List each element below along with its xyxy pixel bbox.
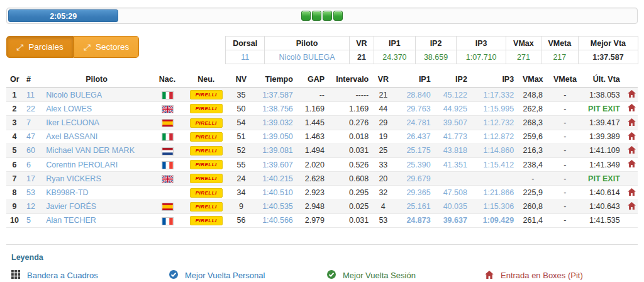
view-toggle-group: ⤢ Parciales ⤢ Sectores bbox=[6, 36, 139, 58]
focus-piloto[interactable]: Nicolò BULEGA bbox=[265, 50, 349, 64]
focus-dorsal[interactable]: 11 bbox=[226, 50, 265, 64]
cell-piloto[interactable]: Alex LOWES bbox=[42, 102, 151, 116]
cell-ip3: 1:12.732 bbox=[471, 116, 518, 130]
standings-row-47: 447Axel BASSANIPIRELLI511:39.0501.4630.0… bbox=[6, 130, 638, 144]
cell-ip1: 28.840 bbox=[394, 87, 434, 102]
cell-gap: 2.628 bbox=[297, 172, 328, 186]
standings-row-5: 105Alan TECHERPIRELLI561:40.5662.9790.03… bbox=[6, 213, 638, 227]
cell-neu: PIRELLI bbox=[184, 200, 228, 213]
cell-tiempo: 1:39.032 bbox=[254, 116, 297, 130]
cell-vmeta: - bbox=[548, 102, 582, 116]
cell-piloto[interactable]: Ryan VICKERS bbox=[42, 172, 151, 186]
focus-vr: 21 bbox=[349, 50, 374, 64]
cell-num[interactable]: 6 bbox=[23, 158, 42, 172]
cell-neu: PIRELLI bbox=[184, 130, 228, 144]
parciales-button-label: Parciales bbox=[28, 42, 64, 52]
blue-check-icon bbox=[169, 270, 178, 281]
cell-intervalo: 0.276 bbox=[328, 116, 372, 130]
green-light bbox=[312, 11, 321, 21]
cell-num[interactable]: 12 bbox=[23, 200, 42, 213]
cell-ip2: 47.508 bbox=[435, 186, 471, 200]
cell-vmax: 260,8 bbox=[518, 200, 548, 213]
cell-pit-entry bbox=[624, 144, 638, 157]
parciales-button[interactable]: ⤢ Parciales bbox=[6, 36, 74, 58]
cell-gap: 1.445 bbox=[297, 116, 328, 130]
cell-neu: PIRELLI bbox=[184, 172, 228, 186]
focus-col-ip1: IP1 bbox=[374, 37, 416, 50]
cell-num[interactable]: 22 bbox=[23, 102, 42, 116]
flag-it-icon bbox=[162, 133, 174, 141]
cell-nv: 54 bbox=[228, 116, 253, 130]
cell-piloto[interactable]: Corentin PEROLARI bbox=[42, 158, 151, 172]
cell-intervalo: ----- bbox=[328, 87, 372, 102]
legend-title: Leyenda bbox=[6, 253, 638, 262]
cell-num[interactable]: 5 bbox=[23, 213, 42, 227]
legend-label-personal-best: Mejor Vuelta Personal bbox=[185, 271, 265, 280]
cell-ip1: 25.390 bbox=[394, 158, 434, 172]
cell-nac bbox=[151, 186, 184, 200]
cell-vmeta: - bbox=[548, 116, 582, 130]
cell-ip3: 1:09.429 bbox=[471, 213, 518, 227]
tyre-brand-badge: PIRELLI bbox=[190, 174, 223, 183]
focus-col-vmax: VMax bbox=[506, 37, 541, 50]
sectores-button[interactable]: ⤢ Sectores bbox=[74, 36, 139, 58]
cell-or: 10 bbox=[6, 213, 23, 227]
cell-intervalo: 0.295 bbox=[328, 186, 372, 200]
cell-nac bbox=[151, 87, 184, 102]
cell-vr: 44 bbox=[372, 102, 394, 116]
focus-rider-table: Dorsal Piloto VR IP1 IP2 IP3 VMax VMeta … bbox=[225, 36, 638, 64]
standings-col-neu: Neu. bbox=[184, 71, 228, 87]
cell-num[interactable]: 53 bbox=[23, 186, 42, 200]
cell-num[interactable]: 17 bbox=[23, 172, 42, 186]
flag-fr-icon bbox=[162, 161, 174, 169]
cell-pit-entry bbox=[624, 158, 638, 172]
cell-ip2: 39.507 bbox=[435, 116, 471, 130]
flag-es-icon bbox=[162, 203, 174, 211]
cell-ip3: 1:21.866 bbox=[471, 186, 518, 200]
cell-num[interactable]: 60 bbox=[23, 144, 42, 157]
legend-label-pit-entry: Entrada en Boxes (Pit) bbox=[501, 271, 583, 280]
cell-vr: 32 bbox=[372, 186, 394, 200]
focus-data-row: 11 Nicolò BULEGA 21 24.370 38.659 1:07.7… bbox=[226, 50, 638, 64]
cell-vr: 33 bbox=[372, 158, 394, 172]
cell-num[interactable]: 11 bbox=[23, 87, 42, 102]
flag-es-icon bbox=[162, 119, 174, 127]
cell-tiempo: 1:39.607 bbox=[254, 158, 297, 172]
standings-col-pit bbox=[624, 71, 638, 87]
cell-piloto[interactable]: Alan TECHER bbox=[42, 213, 151, 227]
cell-ip3: 1:15.306 bbox=[471, 200, 518, 213]
cell-vmeta: - bbox=[548, 130, 582, 144]
cell-piloto[interactable]: KB998R-TD bbox=[42, 186, 151, 200]
cell-num[interactable]: 47 bbox=[23, 130, 42, 144]
cell-piloto[interactable]: Iker LECUONA bbox=[42, 116, 151, 130]
cell-pit-entry bbox=[624, 130, 638, 144]
pit-house-icon bbox=[485, 271, 494, 281]
cell-nv: 35 bbox=[228, 87, 253, 102]
legend-item-pit-entry: Entrada en Boxes (Pit) bbox=[480, 270, 638, 281]
cell-num[interactable]: 7 bbox=[23, 116, 42, 130]
standings-col-vr: VR bbox=[372, 71, 394, 87]
session-elapsed-time: 2:05:29 bbox=[8, 9, 118, 22]
focus-ip1: 24.370 bbox=[374, 50, 416, 64]
cell-intervalo: 0.608 bbox=[328, 172, 372, 186]
pit-house-icon bbox=[628, 90, 636, 98]
cell-piloto[interactable]: Michael VAN DER MARK bbox=[42, 144, 151, 157]
cell-tiempo: 1:40.215 bbox=[254, 172, 297, 186]
cell-piloto[interactable]: Axel BASSANI bbox=[42, 130, 151, 144]
cell-piloto[interactable]: Nicolò BULEGA bbox=[42, 87, 151, 102]
focus-mejor-vta: 1:37.587 bbox=[578, 50, 638, 64]
cell-vr: 29 bbox=[372, 116, 394, 130]
cell-ip1: 24.873 bbox=[394, 213, 434, 227]
cell-ult: 1:41.535 bbox=[582, 213, 624, 227]
flag-nl-icon bbox=[162, 147, 174, 155]
cell-ip3: 1:15.995 bbox=[471, 102, 518, 116]
focus-header-row: Dorsal Piloto VR IP1 IP2 IP3 VMax VMeta … bbox=[226, 37, 638, 50]
standings-row-22: 222Alex LOWESPIRELLI501:38.7561.1691.169… bbox=[6, 102, 638, 116]
cell-or: 6 bbox=[6, 158, 23, 172]
standings-col-nac: Nac. bbox=[151, 71, 184, 87]
green-check-icon bbox=[327, 270, 336, 281]
tyre-brand-badge: PIRELLI bbox=[190, 216, 223, 225]
cell-piloto[interactable]: Javier FORÉS bbox=[42, 200, 151, 213]
cell-ip2: 41.351 bbox=[435, 158, 471, 172]
cell-vmax: 259,6 bbox=[518, 130, 548, 144]
